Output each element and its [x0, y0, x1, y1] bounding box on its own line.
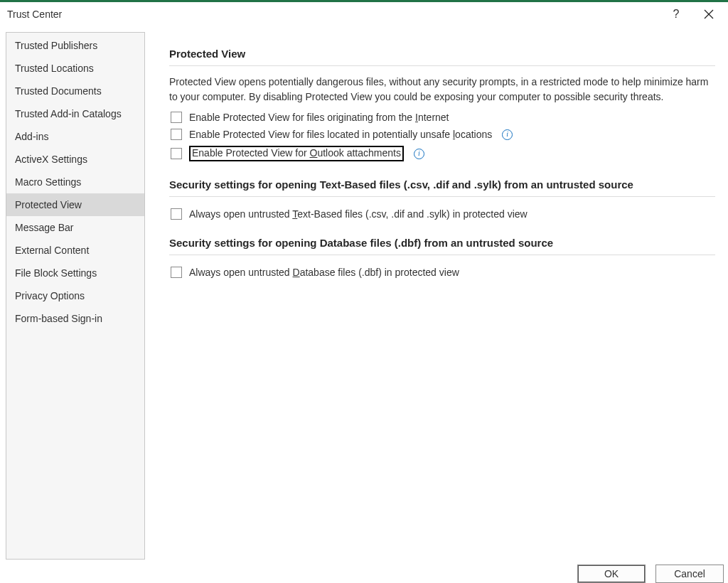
- sidebar-trusted-addin-catalogs[interactable]: Trusted Add-in Catalogs: [6, 102, 144, 125]
- database-pv-label: Always open untrusted Database files (.d…: [189, 267, 459, 278]
- sidebar-activex-settings[interactable]: ActiveX Settings: [6, 148, 144, 171]
- content-panel: Protected View Protected View opens pote…: [145, 32, 722, 560]
- sidebar-message-bar[interactable]: Message Bar: [6, 216, 144, 239]
- sidebar-add-ins[interactable]: Add-ins: [6, 125, 144, 148]
- checkbox-icon: [171, 112, 182, 123]
- divider: [169, 196, 715, 197]
- sidebar-trusted-documents[interactable]: Trusted Documents: [6, 80, 144, 102]
- enable-pv-unsafe-row[interactable]: Enable Protected View for files located …: [171, 126, 715, 143]
- enable-pv-unsafe-label: Enable Protected View for files located …: [189, 129, 492, 140]
- enable-pv-outlook-row[interactable]: Enable Protected View for Outlook attach…: [171, 143, 715, 164]
- help-button[interactable]: ?: [660, 4, 692, 25]
- sidebar-protected-view[interactable]: Protected View: [6, 193, 144, 216]
- titlebar: Trust Center ?: [0, 2, 728, 26]
- database-header: Security settings for opening Database f…: [169, 237, 715, 255]
- close-button[interactable]: [692, 4, 725, 25]
- trust-center-dialog: Trust Center ? Trusted Publishers Truste…: [0, 0, 728, 583]
- info-icon[interactable]: i: [502, 129, 513, 140]
- divider: [169, 65, 715, 66]
- sidebar-external-content[interactable]: External Content: [6, 239, 144, 262]
- text-based-pv-label: Always open untrusted Text-Based files (…: [189, 208, 528, 220]
- divider: [169, 255, 715, 255]
- dialog-body: Trusted Publishers Trusted Locations Tru…: [0, 26, 728, 560]
- sidebar-file-block-settings[interactable]: File Block Settings: [6, 262, 144, 284]
- window-title: Trust Center: [7, 9, 660, 20]
- enable-pv-internet-row[interactable]: Enable Protected View for files originat…: [171, 109, 715, 126]
- sidebar-privacy-options[interactable]: Privacy Options: [6, 284, 144, 307]
- database-pv-row[interactable]: Always open untrusted Database files (.d…: [171, 264, 715, 281]
- ok-button[interactable]: OK: [577, 565, 646, 583]
- sidebar-macro-settings[interactable]: Macro Settings: [6, 171, 144, 193]
- sidebar-trusted-publishers[interactable]: Trusted Publishers: [6, 34, 144, 57]
- dialog-footer: OK Cancel: [0, 560, 728, 583]
- text-based-pv-row[interactable]: Always open untrusted Text-Based files (…: [171, 205, 715, 223]
- checkbox-icon: [171, 129, 182, 140]
- enable-pv-internet-label: Enable Protected View for files originat…: [189, 112, 449, 123]
- sidebar-form-based-signin[interactable]: Form-based Sign-in: [6, 307, 144, 330]
- checkbox-icon: [171, 208, 182, 220]
- protected-view-header: Protected View: [169, 48, 715, 65]
- checkbox-icon: [171, 267, 182, 278]
- close-icon: [704, 9, 714, 19]
- cancel-button[interactable]: Cancel: [655, 565, 724, 583]
- text-based-header: Security settings for opening Text-Based…: [169, 178, 715, 196]
- protected-view-description: Protected View opens potentially dangero…: [169, 75, 715, 105]
- checkbox-icon: [171, 148, 182, 159]
- sidebar-trusted-locations[interactable]: Trusted Locations: [6, 57, 144, 80]
- info-icon[interactable]: i: [414, 149, 424, 159]
- sidebar: Trusted Publishers Trusted Locations Tru…: [6, 32, 145, 560]
- enable-pv-outlook-label: Enable Protected View for Outlook attach…: [189, 146, 404, 161]
